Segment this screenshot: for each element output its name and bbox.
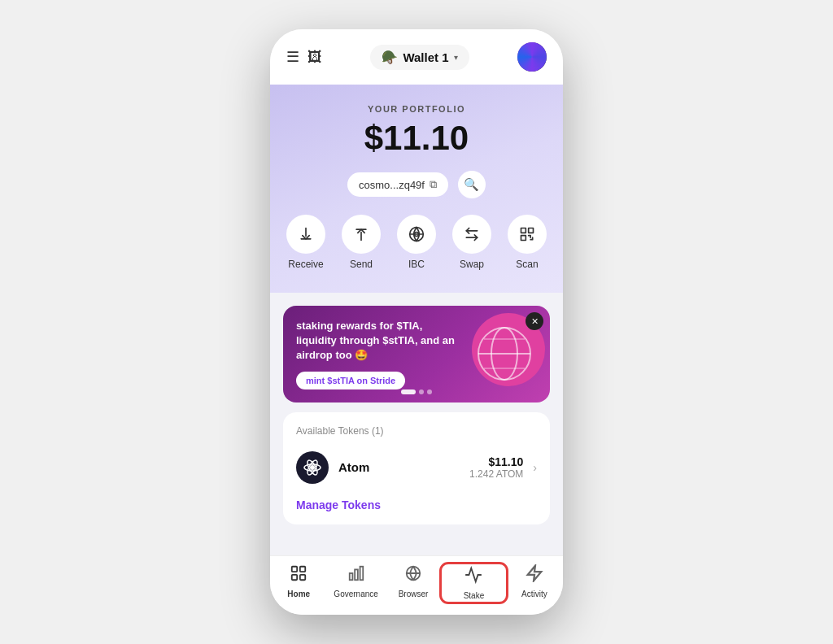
- governance-icon: [347, 564, 365, 586]
- manage-tokens-button[interactable]: Manage Tokens: [296, 498, 537, 511]
- ibc-button[interactable]: IBC: [397, 215, 436, 270]
- search-button[interactable]: 🔍: [458, 171, 486, 198]
- svg-rect-19: [360, 567, 363, 581]
- send-icon: [342, 215, 381, 254]
- svg-rect-14: [292, 575, 297, 580]
- home-icon: [290, 564, 307, 586]
- receive-label: Receive: [288, 259, 323, 270]
- portfolio-section: YOUR PORTFOLIO $11.10 cosmo...zq49f ⧉ 🔍 …: [270, 85, 563, 293]
- banner-close-button[interactable]: ✕: [526, 312, 543, 330]
- swap-button[interactable]: Swap: [452, 215, 491, 270]
- browser-icon: [404, 564, 422, 586]
- home-label: Home: [287, 590, 310, 598]
- stake-icon: [464, 566, 482, 588]
- swap-label: Swap: [460, 259, 484, 270]
- chevron-down-icon: ▾: [454, 53, 458, 62]
- scan-label: Scan: [516, 259, 538, 270]
- table-row[interactable]: Atom $11.10 1.242 ATOM ›: [296, 448, 537, 487]
- address-input[interactable]: cosmo...zq49f ⧉: [347, 172, 448, 197]
- svg-rect-16: [300, 575, 305, 580]
- promo-banner[interactable]: staking rewards for $TIA, liquidity thro…: [283, 306, 550, 402]
- dot-1: [401, 389, 416, 394]
- phone-frame: ☰ 🖼 🪖 Wallet 1 ▾ YOUR PORTFOLIO $11.10 c…: [270, 29, 563, 615]
- token-name: Atom: [338, 460, 460, 474]
- globe-icon: [472, 321, 537, 386]
- wallet-emoji: 🪖: [382, 50, 398, 65]
- svg-rect-1: [521, 228, 526, 233]
- copy-icon[interactable]: ⧉: [430, 178, 437, 191]
- svg-marker-22: [528, 566, 542, 581]
- header-left: ☰ 🖼: [286, 48, 322, 66]
- governance-label: Governance: [334, 590, 377, 598]
- token-usd-value: $11.10: [469, 455, 523, 468]
- svg-rect-2: [529, 228, 534, 233]
- activity-icon: [526, 564, 543, 586]
- svg-point-9: [310, 465, 315, 470]
- dot-3: [427, 389, 432, 394]
- swap-icon: [452, 215, 491, 254]
- atom-icon: [296, 451, 329, 484]
- wallet-selector[interactable]: 🪖 Wallet 1 ▾: [370, 45, 469, 70]
- svg-rect-15: [300, 567, 305, 572]
- banner-dots: [401, 389, 432, 394]
- portfolio-amount: $11.10: [286, 119, 547, 158]
- nav-home[interactable]: Home: [270, 564, 327, 602]
- banner-cta-button[interactable]: mint $stTIA on Stride: [296, 372, 405, 389]
- svg-rect-17: [349, 573, 352, 580]
- tokens-header: Available Tokens (1): [296, 425, 537, 437]
- svg-rect-3: [521, 236, 526, 241]
- address-text: cosmo...zq49f: [359, 179, 425, 191]
- nav-governance[interactable]: Governance: [327, 564, 384, 602]
- scan-icon: [508, 215, 547, 254]
- banner-text-section: staking rewards for $TIA, liquidity thro…: [296, 319, 464, 389]
- image-icon[interactable]: 🖼: [307, 49, 322, 66]
- bottom-nav: Home Governance Browser: [270, 555, 563, 615]
- tokens-card: Available Tokens (1) Atom $11.10 1.242 A…: [283, 412, 550, 524]
- scan-button[interactable]: Scan: [508, 215, 547, 270]
- token-chevron-icon: ›: [533, 461, 537, 474]
- avatar-inner: [517, 42, 547, 72]
- ibc-label: IBC: [408, 259, 425, 270]
- svg-rect-18: [355, 569, 358, 580]
- send-label: Send: [350, 259, 373, 270]
- activity-label: Activity: [521, 590, 547, 598]
- dot-2: [419, 389, 424, 394]
- avatar[interactable]: [517, 42, 547, 72]
- header: ☰ 🖼 🪖 Wallet 1 ▾: [270, 29, 563, 85]
- action-buttons: Receive Send: [286, 215, 547, 270]
- browser-label: Browser: [399, 590, 429, 598]
- banner-text: staking rewards for $TIA, liquidity thro…: [296, 319, 464, 363]
- address-bar: cosmo...zq49f ⧉ 🔍: [286, 171, 547, 198]
- token-info: Atom: [338, 460, 460, 474]
- token-value-section: $11.10 1.242 ATOM: [469, 455, 523, 480]
- receive-icon: [286, 215, 325, 254]
- main-content: staking rewards for $TIA, liquidity thro…: [270, 293, 563, 555]
- svg-rect-13: [292, 567, 297, 572]
- token-amount: 1.242 ATOM: [469, 468, 523, 480]
- nav-browser[interactable]: Browser: [385, 564, 442, 602]
- nav-activity[interactable]: Activity: [506, 564, 563, 602]
- banner-graphic: [464, 321, 537, 386]
- send-button[interactable]: Send: [342, 215, 381, 270]
- nav-stake[interactable]: Stake: [442, 564, 505, 602]
- wallet-name: Wallet 1: [403, 50, 448, 64]
- hamburger-icon[interactable]: ☰: [286, 48, 299, 66]
- receive-button[interactable]: Receive: [286, 215, 325, 270]
- ibc-icon: [397, 215, 436, 254]
- portfolio-label: YOUR PORTFOLIO: [286, 104, 547, 114]
- stake-label: Stake: [464, 591, 485, 600]
